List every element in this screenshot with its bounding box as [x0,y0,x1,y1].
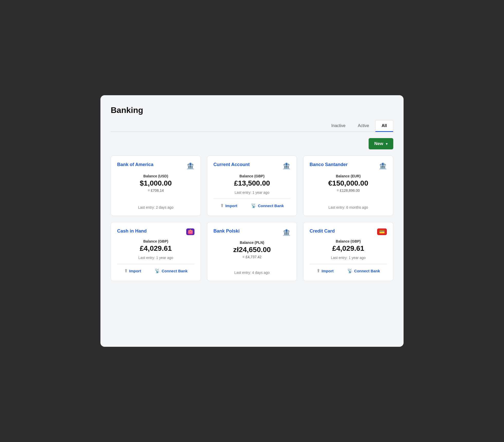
connect-bank-label: Connect Bank [162,269,188,273]
account-card-cash-in-hand[interactable]: Cash in Hand 👛 Balance (GBP) £4,029.61 L… [111,222,201,281]
account-card-bank-polski[interactable]: Bank Polski 🏦 Balance (PLN) zł24,650.00 … [207,222,297,281]
account-name: Banco Santander [310,162,348,167]
import-button[interactable]: ⬆ Import [122,267,143,275]
card-header: Cash in Hand 👛 [117,228,194,235]
balance-converted: = £128,896.00 [310,188,387,193]
card-header: Banco Santander 🏦 [310,162,387,170]
bank-icon: 🏦 [186,162,194,170]
filter-bar: Inactive Active All [111,120,393,132]
import-button[interactable]: ⬆ Import [314,267,336,275]
balance-label: Balance (PLN) [213,241,291,245]
filter-tab-inactive[interactable]: Inactive [325,120,352,132]
card-header: Bank Polski 🏦 [213,228,291,236]
filter-tab-all[interactable]: All [375,120,393,132]
filter-tab-active[interactable]: Active [352,120,375,132]
balance-label: Balance (EUR) [310,174,387,178]
card-header: Current Account 🏦 [213,162,291,170]
balance-label: Balance (USD) [117,174,194,178]
account-name: Cash in Hand [117,228,147,234]
account-card-bank-of-america[interactable]: Bank of America 🏦 Balance (USD) $1,000.0… [111,156,201,216]
import-button[interactable]: ⬆ Import [218,202,239,209]
import-label: Import [225,204,237,208]
connect-icon: 📡 [251,203,256,208]
card-actions: ⬆ Import 📡 Connect Bank [117,264,194,275]
account-card-banco-santander[interactable]: Banco Santander 🏦 Balance (EUR) €150,000… [303,156,393,216]
account-name: Bank Polski [213,228,240,234]
last-entry: Last entry: 1 year ago [117,254,194,260]
balance-amount: £4,029.61 [310,244,387,253]
connect-bank-label: Connect Bank [258,204,284,208]
account-name: Current Account [213,162,250,167]
last-entry: Last entry: 1 year ago [310,254,387,260]
balance-amount: £4,029.61 [117,244,194,253]
last-entry: Last entry: 2 days ago [117,203,194,209]
bank-icon: 🏦 [282,228,291,236]
import-icon: ⬆ [316,268,320,274]
toolbar: New ▾ [111,138,393,149]
balance-amount: zł24,650.00 [213,246,291,254]
new-button-label: New [374,141,383,146]
connect-icon: 📡 [155,268,160,274]
balance-amount: £13,500.00 [213,179,291,187]
balance-label: Balance (GBP) [213,174,291,178]
accounts-grid: Bank of America 🏦 Balance (USD) $1,000.0… [111,156,393,281]
balance-amount: €150,000.00 [310,179,387,187]
connect-bank-button[interactable]: 📡 Connect Bank [345,267,382,275]
card-actions: ⬆ Import 📡 Connect Bank [213,199,291,209]
balance-converted: = £706.14 [117,188,194,193]
bank-icon: 🏦 [379,162,387,170]
import-icon: ⬆ [220,203,224,208]
connect-bank-button[interactable]: 📡 Connect Bank [249,202,286,209]
balance-label: Balance (GBP) [310,239,387,243]
bank-icon: 🏦 [282,162,291,170]
balance-amount: $1,000.00 [117,179,194,187]
balance-label: Balance (GBP) [117,239,194,243]
app-window: Banking Inactive Active All New ▾ Bank o… [100,95,404,347]
import-label: Import [129,269,141,273]
last-entry: Last entry: 4 days ago [213,268,291,275]
card-actions: ⬆ Import 📡 Connect Bank [310,264,387,275]
balance-converted: = £4,737.42 [213,255,291,259]
import-label: Import [322,269,334,273]
new-button[interactable]: New ▾ [369,138,393,149]
account-card-credit-card[interactable]: Credit Card 💳 Balance (GBP) £4,029.61 La… [303,222,393,281]
card-header: Credit Card 💳 [310,228,387,235]
connect-bank-button[interactable]: 📡 Connect Bank [153,267,190,275]
wallet-icon: 👛 [186,228,194,235]
import-icon: ⬆ [124,268,128,274]
last-entry: Last entry: 6 months ago [310,203,387,209]
last-entry: Last entry: 1 year ago [213,188,291,195]
account-name: Bank of America [117,162,153,167]
account-name: Credit Card [310,228,335,234]
credit-card-icon: 💳 [377,228,387,235]
account-card-current-account[interactable]: Current Account 🏦 Balance (GBP) £13,500.… [207,156,297,216]
page-title: Banking [111,105,393,115]
connect-bank-label: Connect Bank [354,269,380,273]
card-header: Bank of America 🏦 [117,162,194,170]
chevron-down-icon: ▾ [386,142,388,146]
connect-icon: 📡 [347,268,353,274]
